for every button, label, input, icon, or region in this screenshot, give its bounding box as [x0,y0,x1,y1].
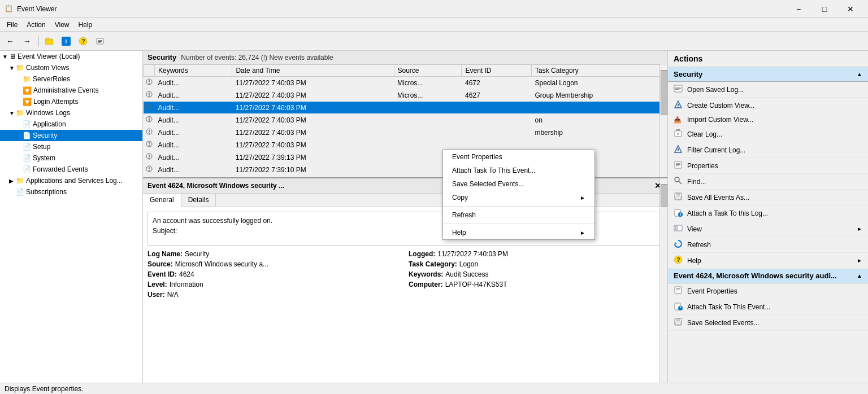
action-filter-log[interactable]: Filter Current Log... [668,142,868,158]
toolbar: ← → i ? [0,32,868,51]
info-button[interactable]: i [58,34,74,49]
tree-item-subscriptions[interactable]: 📄 Subscriptions [0,186,142,198]
event-field-level-: Level:Information [147,281,402,288]
action-save-all[interactable]: Save All Events As... [668,190,868,205]
detail-scrollbar-thumb[interactable] [661,184,667,207]
login-attempts-label: Login Attempts [33,98,78,106]
maximize-button[interactable]: □ [811,0,837,18]
context-menu-event-properties[interactable]: Event Properties [443,150,594,164]
import-icon: 📥 [674,116,684,124]
context-menu-attach-task[interactable]: Attach Task To This Event... [443,164,594,177]
context-menu-help[interactable]: Help ► [443,226,594,239]
left-panel[interactable]: ▼ 🖥 Event Viewer (Local) ▼ 📁 Custom View… [0,51,143,383]
event-cell [462,102,531,114]
tree-item-setup[interactable]: 📄 Setup [0,141,142,152]
field-value: 11/27/2022 7:40:03 PM [437,250,508,258]
action-find[interactable]: Find... [668,174,868,190]
action-event-properties[interactable]: Event Properties [668,283,868,299]
col-icon[interactable] [144,65,155,77]
field-value: LAPTOP-H47KS53T [445,281,507,288]
setup-label: Setup [33,143,50,151]
event-cell: 11/27/2022 7:40:03 PM [232,102,394,114]
event-cell: on [531,114,667,126]
filter-log-icon [674,145,684,155]
import-custom-view-label: Import Custom View... [687,116,753,124]
tree-item-app-services[interactable]: ▶ 📁 Applications and Services Log... [0,175,142,186]
tree-item-custom-views[interactable]: ▼ 📁 Custom Views [0,62,142,73]
system-icon: 📄 [23,154,31,162]
menu-view[interactable]: View [50,20,74,30]
setup-icon: 📄 [23,143,31,151]
actions-section-security[interactable]: Security ▲ [668,67,868,82]
custom-views-label: Custom Views [26,64,69,72]
action-open-saved-log-label: Open Saved Log... [687,86,744,94]
action-help-security[interactable]: ? Help ► [668,253,868,269]
field-label: Event ID: [147,270,177,278]
tab-general[interactable]: General [143,194,181,207]
action-refresh[interactable]: Refresh [668,237,868,253]
action-properties[interactable]: Properties [668,158,868,174]
app-services-expand-icon: ▶ [9,178,16,184]
tree-item-root[interactable]: ▼ 🖥 Event Viewer (Local) [0,51,142,62]
field-label: Source: [147,260,173,268]
folder-button[interactable] [41,34,57,49]
tree-item-system[interactable]: 📄 System [0,152,142,164]
scrollbar-track[interactable] [659,64,667,177]
menu-help[interactable]: Help [74,20,97,30]
context-menu-copy[interactable]: Copy ► [443,191,594,204]
col-datetime[interactable]: Date and Time [232,65,394,77]
clear-log-icon [674,129,684,139]
table-row[interactable]: Audit...11/27/2022 7:40:03 PMon [144,114,667,126]
event-detail-title: Event 4624, Microsoft Windows security .… [147,182,284,190]
close-button[interactable]: ✕ [837,0,863,18]
svg-text:?: ? [677,257,680,263]
scrollbar-thumb[interactable] [661,70,667,115]
actions-section-event[interactable]: Event 4624, Microsoft Windows security a… [668,269,868,283]
menu-file[interactable]: File [2,20,22,30]
detail-scrollbar[interactable] [659,178,667,383]
root-expand-icon: ▼ [2,54,9,60]
col-keywords[interactable]: Keywords [155,65,232,77]
tree-item-server-roles[interactable]: 📁 ServerRoles [0,73,142,85]
tree-item-admin-events[interactable]: 🔽 Administrative Events [0,85,142,96]
help-button[interactable]: ? [75,34,91,49]
svg-rect-34 [675,87,681,87]
table-row[interactable]: Audit...11/27/2022 7:40:03 PM [144,102,667,114]
context-menu: Event Properties Attach Task To This Eve… [442,150,595,240]
action-import-custom-view[interactable]: 📥 Import Custom View... [668,113,868,126]
table-row[interactable]: Audit...11/27/2022 7:40:03 PMMicros...46… [144,89,667,102]
tree-item-application[interactable]: 📄 Application [0,119,142,130]
open-saved-log-icon [674,84,684,95]
tree-item-login-attempts[interactable]: 🔽 Login Attempts [0,96,142,107]
action-attach-task-event[interactable]: Attach Task To This Event... [668,299,868,315]
context-menu-refresh[interactable]: Refresh [443,208,594,222]
properties-label: Properties [687,162,718,170]
forward-button[interactable]: → [19,34,35,49]
col-source[interactable]: Source [394,65,462,77]
svg-rect-6 [98,40,102,41]
table-row[interactable]: Audit...11/27/2022 7:40:03 PMmbership [144,126,667,139]
svg-text:?: ? [82,38,85,45]
action-view[interactable]: View ► [668,221,868,237]
back-button[interactable]: ← [2,34,18,49]
col-task[interactable]: Task Category [531,65,667,77]
table-row[interactable]: Audit...11/27/2022 7:40:03 PMMicros...46… [144,77,667,89]
action-open-saved-log[interactable]: Open Saved Log... [668,82,868,98]
tree-item-windows-logs[interactable]: ▼ 📁 Windows Logs [0,107,142,119]
log-name: Security [147,53,176,62]
col-eventid[interactable]: Event ID [462,65,531,77]
tree-item-security[interactable]: 📄 Security [0,130,142,141]
action-save-selected[interactable]: Save Selected Events... [668,315,868,331]
svg-rect-36 [675,89,679,90]
view-arrow-icon: ► [857,226,862,232]
attach-task-event-icon [674,301,684,312]
minimize-button[interactable]: − [785,0,811,18]
tree-item-forwarded-events[interactable]: 📄 Forwarded Events [0,164,142,175]
action-create-custom-view[interactable]: Create Custom View... [668,98,868,113]
menu-action[interactable]: Action [22,20,50,30]
config-button[interactable] [92,34,108,49]
action-clear-log[interactable]: Clear Log... [668,126,868,142]
tab-details[interactable]: Details [181,194,216,207]
action-attach-task-log[interactable]: Attach a Task To this Log... [668,205,868,221]
context-menu-save-events[interactable]: Save Selected Events... [443,177,594,191]
